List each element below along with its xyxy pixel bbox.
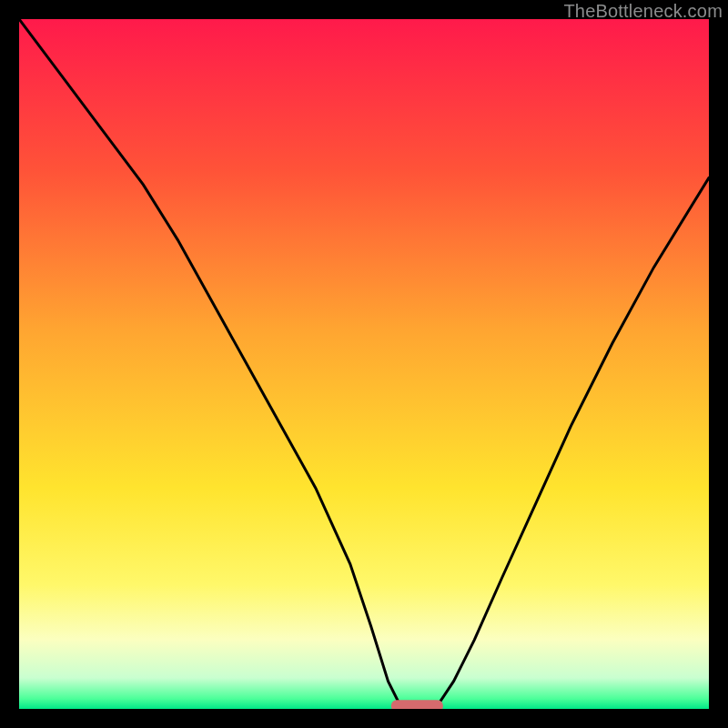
watermark-text: TheBottleneck.com — [563, 1, 723, 22]
bottleneck-chart — [19, 19, 709, 709]
chart-frame — [19, 19, 709, 709]
optimal-range-marker — [391, 700, 443, 709]
